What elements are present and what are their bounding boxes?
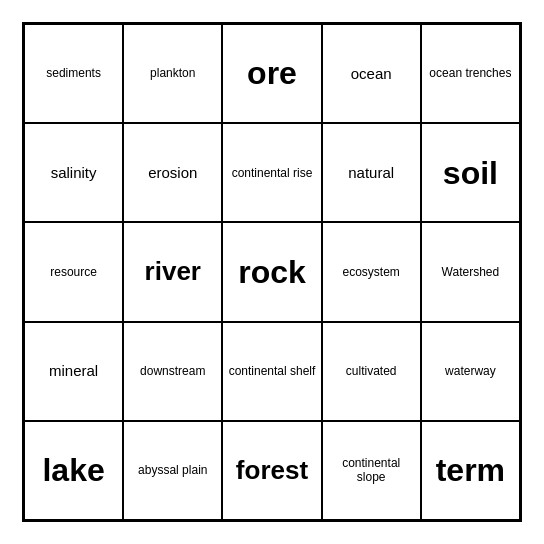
- cell-text-8: natural: [348, 164, 394, 182]
- bingo-cell-0: sediments: [24, 24, 123, 123]
- bingo-cell-11: river: [123, 222, 222, 321]
- bingo-cell-8: natural: [322, 123, 421, 222]
- cell-text-15: mineral: [49, 362, 98, 380]
- cell-text-10: resource: [50, 265, 97, 279]
- bingo-cell-9: soil: [421, 123, 520, 222]
- cell-text-1: plankton: [150, 66, 195, 80]
- cell-text-11: river: [145, 256, 201, 287]
- bingo-cell-16: downstream: [123, 322, 222, 421]
- cell-text-16: downstream: [140, 364, 205, 378]
- bingo-cell-2: ore: [222, 24, 321, 123]
- bingo-cell-12: rock: [222, 222, 321, 321]
- bingo-cell-14: Watershed: [421, 222, 520, 321]
- bingo-cell-24: term: [421, 421, 520, 520]
- bingo-cell-15: mineral: [24, 322, 123, 421]
- bingo-board: sedimentsplanktonoreoceanocean trenchess…: [22, 22, 522, 522]
- bingo-cell-17: continental shelf: [222, 322, 321, 421]
- bingo-cell-7: continental rise: [222, 123, 321, 222]
- bingo-cell-18: cultivated: [322, 322, 421, 421]
- cell-text-0: sediments: [46, 66, 101, 80]
- cell-text-20: lake: [42, 451, 104, 489]
- cell-text-6: erosion: [148, 164, 197, 182]
- cell-text-2: ore: [247, 54, 297, 92]
- cell-text-14: Watershed: [442, 265, 500, 279]
- bingo-cell-19: waterway: [421, 322, 520, 421]
- cell-text-4: ocean trenches: [429, 66, 511, 80]
- cell-text-9: soil: [443, 154, 498, 192]
- bingo-cell-13: ecosystem: [322, 222, 421, 321]
- bingo-cell-3: ocean: [322, 24, 421, 123]
- cell-text-17: continental shelf: [229, 364, 316, 378]
- bingo-cell-5: salinity: [24, 123, 123, 222]
- bingo-cell-1: plankton: [123, 24, 222, 123]
- cell-text-21: abyssal plain: [138, 463, 207, 477]
- bingo-cell-21: abyssal plain: [123, 421, 222, 520]
- cell-text-3: ocean: [351, 65, 392, 83]
- bingo-cell-6: erosion: [123, 123, 222, 222]
- bingo-cell-4: ocean trenches: [421, 24, 520, 123]
- cell-text-24: term: [436, 451, 505, 489]
- cell-text-23: continental slope: [327, 456, 416, 485]
- cell-text-13: ecosystem: [343, 265, 400, 279]
- bingo-cell-23: continental slope: [322, 421, 421, 520]
- cell-text-19: waterway: [445, 364, 496, 378]
- cell-text-22: forest: [236, 455, 308, 486]
- bingo-cell-20: lake: [24, 421, 123, 520]
- cell-text-5: salinity: [51, 164, 97, 182]
- cell-text-12: rock: [238, 253, 306, 291]
- cell-text-7: continental rise: [232, 166, 313, 180]
- cell-text-18: cultivated: [346, 364, 397, 378]
- bingo-cell-22: forest: [222, 421, 321, 520]
- bingo-cell-10: resource: [24, 222, 123, 321]
